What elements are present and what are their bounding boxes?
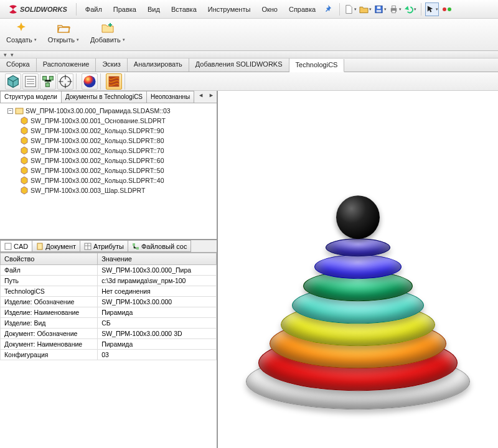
subtab-unknown[interactable]: Неопознанны	[146, 91, 194, 103]
subtab-scroll-right-icon[interactable]: ►	[206, 91, 217, 103]
tab-layout[interactable]: Расположение	[37, 58, 96, 72]
workspace: Структура модели Документы в TechnologiC…	[0, 91, 498, 448]
tree-child-row[interactable]: SW_ПРМ-100x3.00.002_Кольцо.SLDPRT::70	[1, 146, 215, 156]
tab-addins[interactable]: Добавления SOLIDWORKS	[189, 58, 289, 72]
subtab-structure[interactable]: Структура модели	[0, 91, 62, 103]
tree-child-row[interactable]: SW_ПРМ-100x3.00.002_Кольцо.SLDPRT::60	[1, 156, 215, 166]
part-icon	[20, 126, 29, 135]
prop-val: c:\3d пирамида\sw_прм-100	[98, 276, 217, 286]
property-row[interactable]: Путьc:\3d пирамида\sw_прм-100	[1, 276, 217, 286]
viewport-3d[interactable]	[218, 91, 498, 448]
tab-assembly[interactable]: Сборка	[0, 58, 37, 72]
tree-child-row[interactable]: SW_ПРМ-100x3.00.002_Кольцо.SLDPRT::50	[1, 166, 215, 175]
property-row[interactable]: Изделие: ВидСБ	[1, 318, 217, 329]
sub-bar: ▾ ▾	[0, 51, 498, 58]
cmd-create[interactable]: Создать▾	[4, 20, 39, 45]
app-logo: SOLIDWORKS	[2, 4, 72, 15]
ptab-cad[interactable]: CAD	[0, 240, 32, 252]
tree-child-row[interactable]: SW_ПРМ-100x3.00.001_Основание.SLDPRT	[1, 116, 215, 126]
menu-file[interactable]: Файл	[80, 3, 107, 16]
tool-row	[0, 72, 498, 91]
prop-val: Пирамида	[98, 339, 217, 350]
property-row[interactable]: Изделие: НаименованиеПирамида	[1, 307, 217, 318]
prop-val: SW_ПРМ-100x3.00.000_Пира	[98, 265, 217, 276]
new-file-button[interactable]: ▾	[344, 2, 357, 16]
subtab-scroll-left-icon[interactable]: ◄	[195, 91, 206, 103]
tree-root-row[interactable]: − SW_ПРМ-100x3.00.000_Пирамида.SLDASM::0…	[1, 106, 215, 116]
sphere-top	[336, 195, 380, 239]
svg-rect-5	[392, 10, 396, 12]
chevron-down-icon[interactable]: ▾	[11, 52, 14, 58]
menu-view[interactable]: Вид	[143, 3, 165, 16]
subtab-documents[interactable]: Документы в TechnologiCS	[61, 91, 147, 103]
col-value[interactable]: Значение	[98, 253, 217, 265]
menu-edit[interactable]: Правка	[108, 3, 141, 16]
tab-technologics[interactable]: TechnologiCS	[289, 59, 345, 72]
menu-insert[interactable]: Вставка	[166, 3, 202, 16]
sparkle-new-icon	[14, 21, 28, 35]
table-icon	[84, 243, 92, 250]
svg-rect-2	[377, 9, 382, 12]
assembly-icon	[15, 106, 24, 115]
prop-val: SW_ПРМ-100x3.00.000 3D	[98, 329, 217, 339]
collapse-icon[interactable]: −	[7, 108, 13, 114]
prop-key: Путь	[1, 276, 98, 286]
part-icon	[20, 146, 29, 155]
tool-texture-icon[interactable]	[106, 73, 122, 90]
ptab-document[interactable]: Документ	[32, 240, 80, 252]
tree-child-row[interactable]: SW_ПРМ-100x3.00.002_Кольцо.SLDPRT::80	[1, 136, 215, 146]
traffic-light-icon[interactable]	[440, 2, 454, 16]
panel-subtabs: Структура модели Документы в TechnologiC…	[0, 91, 217, 103]
ribbon-tabs: Сборка Расположение Эскиз Анализировать …	[0, 58, 498, 72]
tool-target-icon[interactable]	[57, 73, 73, 90]
prop-key: Изделие: Вид	[1, 318, 98, 329]
cmd-add[interactable]: Добавить▾	[88, 20, 128, 45]
undo-button[interactable]: ▾	[403, 2, 417, 16]
tree-child-row[interactable]: SW_ПРМ-100x3.00.003_Шар.SLDPRT	[1, 185, 215, 195]
tree-child-row[interactable]: SW_ПРМ-100x3.00.002_Кольцо.SLDPRT::40	[1, 175, 215, 185]
print-button[interactable]: ▾	[388, 2, 402, 16]
col-property[interactable]: Свойство	[1, 253, 98, 265]
svg-point-13	[83, 75, 95, 87]
tool-cube-icon[interactable]	[5, 73, 21, 90]
svg-point-7	[448, 7, 451, 11]
svg-rect-10	[49, 76, 53, 80]
part-icon	[20, 176, 29, 185]
pin-icon[interactable]	[322, 2, 336, 16]
property-row[interactable]: Изделие: ОбозначениеSW_ПРМ-100x3.00.000	[1, 297, 217, 307]
doc-icon	[36, 243, 44, 250]
save-button[interactable]: ▾	[374, 2, 387, 16]
svg-rect-4	[392, 6, 396, 8]
left-panel: Структура модели Документы в TechnologiC…	[0, 91, 218, 448]
tool-list-icon[interactable]	[22, 73, 39, 90]
svg-rect-17	[37, 243, 42, 250]
property-row[interactable]: TechnologiCSНет соединения	[1, 286, 217, 297]
svg-rect-20	[136, 247, 139, 250]
svg-rect-16	[5, 243, 11, 250]
property-row[interactable]: Документ: НаименованиеПирамида	[1, 339, 217, 350]
menu-tools[interactable]: Инструменты	[203, 3, 256, 16]
chevron-down-icon[interactable]: ▾	[4, 52, 7, 58]
tool-sphere-icon[interactable]	[82, 73, 98, 90]
prop-val: SW_ПРМ-100x3.00.000	[98, 297, 217, 307]
ptab-attributes[interactable]: Атрибуты	[80, 240, 128, 252]
property-row[interactable]: Документ: ОбозначениеSW_ПРМ-100x3.00.000…	[1, 329, 217, 339]
prop-val: Пирамида	[98, 307, 217, 318]
model-tree[interactable]: − SW_ПРМ-100x3.00.000_Пирамида.SLDASM::0…	[0, 103, 217, 240]
tab-analyze[interactable]: Анализировать	[128, 58, 189, 72]
open-file-button[interactable]: ▾	[359, 2, 372, 16]
tool-tree-icon[interactable]	[40, 73, 56, 90]
ptab-filestruct[interactable]: Файловый сос	[128, 240, 191, 252]
cmd-open[interactable]: Открыть▾	[45, 20, 82, 45]
command-bar: Создать▾ Открыть▾ Добавить▾	[0, 19, 498, 51]
cursor-button[interactable]: ▾	[425, 2, 439, 16]
property-row[interactable]: Конфигурация03	[1, 350, 217, 360]
menu-window[interactable]: Окно	[256, 3, 283, 16]
tree-child-row[interactable]: SW_ПРМ-100x3.00.002_Кольцо.SLDPRT::90	[1, 126, 215, 136]
prop-val: 03	[98, 350, 217, 360]
folder-open-icon	[57, 21, 70, 35]
prop-key: Изделие: Наименование	[1, 307, 98, 318]
menu-help[interactable]: Справка	[284, 3, 321, 16]
tab-sketch[interactable]: Эскиз	[96, 58, 127, 72]
property-row[interactable]: ФайлSW_ПРМ-100x3.00.000_Пира	[1, 265, 217, 276]
